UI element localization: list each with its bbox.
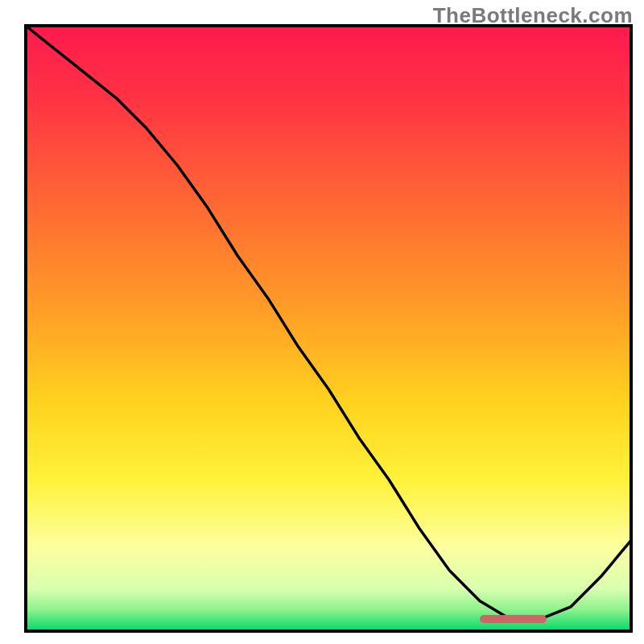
optimal-range-bar: [480, 615, 547, 623]
chart-stage: TheBottleneck.com: [0, 0, 644, 644]
plot-background: [26, 26, 631, 631]
watermark-text: TheBottleneck.com: [433, 3, 633, 28]
bottleneck-chart: [0, 0, 644, 644]
